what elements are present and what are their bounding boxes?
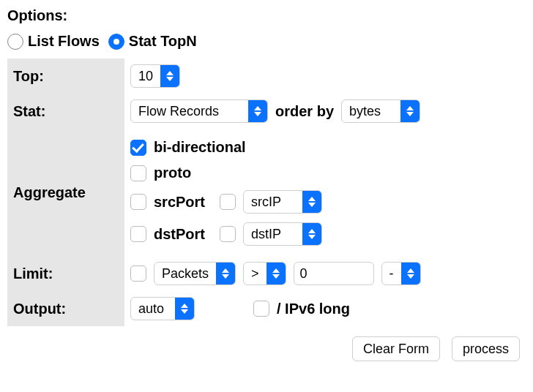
dstport-checkbox[interactable] [130,226,146,242]
limit-label: Limit: [7,256,124,291]
stat-label: Stat: [7,94,124,129]
svg-marker-3 [254,112,261,116]
output-select[interactable]: auto [130,297,195,320]
stat-select-value: Flow Records [131,104,248,119]
stat-select[interactable]: Flow Records [130,99,268,123]
srcip-checkbox[interactable] [220,194,236,210]
svg-marker-5 [406,112,414,116]
top-label: Top: [7,59,124,94]
orderby-select-value: bytes [342,104,400,119]
chevron-updown-icon [175,298,194,320]
limit-op-value: > [244,266,266,282]
dstip-select[interactable]: dstIP [243,222,322,246]
chevron-updown-icon [266,263,286,284]
top-select[interactable]: 10 [130,64,180,88]
svg-marker-1 [166,77,174,81]
dstport-label: dstPort [154,226,212,243]
ipv6long-checkbox[interactable] [253,301,269,317]
bidirectional-label: bi-directional [154,139,246,156]
orderby-select[interactable]: bytes [341,99,420,123]
options-table: Top: 10 Stat: Flow Records [7,59,520,326]
top-select-value: 10 [131,69,160,84]
limit-enable-checkbox[interactable] [130,265,146,282]
stat-topn-radio[interactable] [108,34,124,50]
svg-marker-9 [308,235,316,239]
options-heading: Options: [7,7,526,24]
svg-marker-4 [406,106,414,110]
ipv6long-label: / IPv6 long [277,301,350,317]
limit-unit-select[interactable]: - [381,262,421,285]
svg-marker-7 [308,203,316,207]
svg-marker-13 [272,274,280,279]
output-label: Output: [7,291,124,326]
srcport-label: srcPort [154,194,212,211]
chevron-updown-icon [248,100,267,122]
list-flows-label: List Flows [28,33,100,50]
chevron-updown-icon [160,65,179,87]
chevron-updown-icon [400,100,420,122]
svg-marker-0 [166,71,174,75]
dstip-select-value: dstIP [244,227,302,242]
chevron-updown-icon [401,263,420,284]
chevron-updown-icon [216,263,235,284]
process-button[interactable]: process [452,336,520,361]
limit-field-select[interactable]: Packets [154,262,236,285]
proto-label: proto [154,165,191,181]
svg-marker-17 [181,309,188,314]
limit-unit-value: - [382,266,401,282]
bidirectional-checkbox[interactable] [130,140,146,156]
chevron-updown-icon [302,223,321,245]
limit-threshold-input[interactable] [294,262,374,285]
svg-marker-10 [222,268,229,273]
proto-checkbox[interactable] [130,165,146,181]
srcip-select[interactable]: srcIP [243,190,322,214]
orderby-label: order by [275,103,334,120]
svg-marker-15 [407,274,414,279]
mode-selector: List Flows Stat TopN [7,33,526,50]
chevron-updown-icon [302,191,321,213]
stat-topn-label: Stat TopN [129,33,197,50]
svg-marker-11 [222,274,229,279]
limit-field-value: Packets [154,266,216,282]
svg-marker-8 [308,229,316,233]
svg-marker-6 [308,197,316,201]
limit-op-select[interactable]: > [243,262,286,285]
list-flows-radio[interactable] [7,34,23,50]
svg-marker-14 [407,268,414,273]
svg-marker-2 [254,106,261,110]
clear-form-button[interactable]: Clear Form [352,336,440,361]
output-select-value: auto [131,301,175,317]
svg-marker-16 [181,304,188,308]
srcip-select-value: srcIP [244,195,302,210]
action-buttons: Clear Form process [7,336,520,361]
svg-marker-12 [272,268,280,273]
dstip-checkbox[interactable] [220,226,236,242]
aggregate-label: Aggregate [7,129,124,256]
srcport-checkbox[interactable] [130,194,146,210]
